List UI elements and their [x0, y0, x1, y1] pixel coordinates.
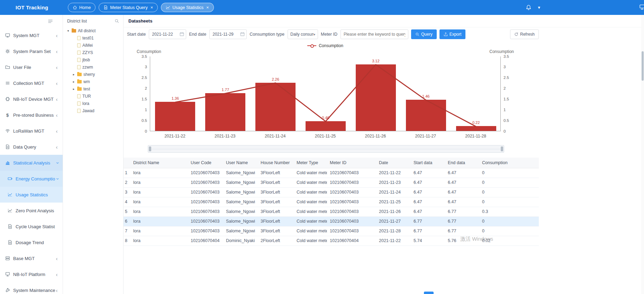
chart-plot[interactable]: 1.361.772.260.463.121.460.22 [150, 56, 501, 131]
scrollbar-thumb[interactable] [642, 51, 644, 81]
datazoom-slider[interactable] [148, 145, 504, 153]
datazoom-left-handle[interactable] [149, 146, 151, 151]
tab-label: Home [79, 5, 91, 10]
chevron-icon: ‹ [54, 161, 60, 164]
tree-item-zzwm[interactable]: zzwm [63, 63, 123, 71]
doc-icon [4, 144, 10, 149]
refresh-button[interactable]: Refresh [510, 29, 539, 39]
datazoom-right-handle[interactable] [501, 146, 503, 151]
consumption-type-select[interactable]: Daily consum... ▾ [288, 29, 318, 39]
tree-item-sherry[interactable]: ▸sherry [63, 71, 123, 78]
table-cell: Cold water meter [294, 207, 327, 216]
sidebar-item-pre-stored-business[interactable]: $Pre-stored Business‹ [0, 107, 63, 123]
calendar-icon[interactable] [240, 32, 245, 36]
expander-icon[interactable]: ▾ [66, 29, 70, 33]
district-list-title: District list [67, 19, 87, 24]
table-row[interactable]: 2lora102106070403Salome_Ngowi3FloorLeftC… [124, 178, 539, 187]
sidebar-item-base-mgt[interactable]: Base MGT‹ [0, 250, 63, 266]
tree-item-wm[interactable]: ▸wm [63, 78, 123, 85]
gear-icon [4, 49, 10, 54]
chartline-icon [166, 5, 170, 10]
y-tick-label: 1.5 [142, 97, 147, 101]
tab-usage-statistics[interactable]: Usage Statistics× [161, 3, 214, 12]
tab-home[interactable]: Home [68, 3, 96, 12]
tree-item-aimei[interactable]: AiMei [63, 42, 123, 49]
data-point-label: 1.36 [172, 96, 179, 100]
tree-item-test[interactable]: ▸test [63, 85, 123, 92]
sidebar-item-nb-iot-device-mgt[interactable]: NB-IoT Device MGT‹ [0, 91, 63, 107]
tree-item-test01[interactable]: test01 [63, 34, 123, 42]
sidebar-item-label: Base MGT [13, 256, 55, 261]
topbar-corner-icon[interactable] [639, 4, 644, 10]
table-cell: lora [130, 226, 188, 236]
page-button-current[interactable]: 1 [424, 292, 434, 294]
table-row[interactable]: 3lora102106070403Salome_Ngowi3FloorLeftC… [124, 187, 539, 197]
sidebar-item-label: System Param Set [13, 49, 55, 54]
sidebar-item-cycle-usage-statistics[interactable]: Cycle Usage Statistics [0, 219, 63, 234]
calendar-icon[interactable] [180, 32, 184, 36]
data-point-label: 0.22 [472, 121, 480, 125]
search-icon[interactable] [115, 19, 119, 23]
axis-names: Consumption Consumption [137, 49, 514, 55]
query-button[interactable]: Query [411, 29, 437, 39]
bar-2021-11-27 [406, 100, 446, 131]
expander-icon[interactable]: ▸ [72, 80, 75, 83]
tree-item-jbsb[interactable]: jbsb [63, 56, 123, 63]
table-cell: 2021-11-22 [376, 168, 411, 178]
sidebar-item-nb-iot-platform[interactable]: NB-IoT Platform‹ [0, 266, 63, 282]
page-scrollbar[interactable] [641, 15, 644, 294]
table-row[interactable]: 7lora102106070403Salome_Ngowi3FloorLeftC… [124, 226, 539, 236]
meter-id-input[interactable] [341, 29, 408, 39]
expander-icon[interactable]: ▸ [72, 73, 75, 76]
tree-item-label: zzwm [82, 65, 93, 70]
sidebar-item-energy-consumption[interactable]: Energy Consumption‹ [0, 171, 63, 187]
tree-item-jawad[interactable]: Jawad [63, 107, 123, 114]
collapse-menu-icon[interactable] [48, 19, 53, 24]
data-point-label: 0.46 [322, 116, 329, 120]
row-index: 3 [124, 187, 130, 197]
notification-bell-icon[interactable] [526, 5, 532, 10]
sidebar-item-zero-point-analysis[interactable]: Zero Point Analysis [0, 203, 63, 219]
table-row[interactable]: 5lora102106070403Salome_Ngowi3FloorLeftC… [124, 207, 539, 216]
table-row[interactable]: 4lora102106070403Salome_Ngowi3FloorLeftC… [124, 197, 539, 207]
sidebar-item-system-mgt[interactable]: System MGT‹ [0, 27, 63, 43]
sidebar-item-label: Statistical Analysis [13, 160, 55, 166]
table-row[interactable]: 1lora102106070403Salome_Ngowi3FloorLeftC… [124, 168, 539, 178]
chevron-down-icon[interactable]: ▾ [538, 5, 540, 10]
tree-item-zzys[interactable]: ZZYS [63, 49, 123, 56]
y-tick-label: 0 [504, 129, 506, 133]
tab-meter-status-query[interactable]: Meter Status Query× [99, 3, 158, 12]
sidebar-item-usage-statistics[interactable]: Usage Statistics [0, 187, 63, 203]
sidebar-item-dosage-trend[interactable]: Dosage Trend [0, 234, 63, 250]
sidebar-item-system-param-set[interactable]: System Param Set‹ [0, 43, 63, 59]
export-button[interactable]: Export [439, 29, 466, 39]
close-icon[interactable]: × [151, 5, 153, 10]
table-cell: 2021-11-28 [376, 226, 411, 236]
close-icon[interactable]: × [206, 5, 209, 10]
chevron-icon: ‹ [55, 112, 58, 118]
tree-item-tur[interactable]: TUR [63, 92, 123, 100]
table-cell: 102106070403 [327, 207, 376, 216]
chart-legend[interactable]: Consumption [137, 42, 514, 49]
folder-icon [77, 87, 82, 91]
column-header-user-name: User Name [223, 158, 258, 168]
folder-icon [77, 80, 82, 83]
tree-item-all-district[interactable]: ▾All district [63, 27, 123, 34]
folder-icon [77, 73, 82, 76]
table-cell: 102106070403 [188, 216, 223, 226]
table-row[interactable]: 6lora102106070403Salome_Ngowi3FloorLeftC… [124, 216, 539, 226]
sidebar-item-user-file[interactable]: User File‹ [0, 59, 63, 75]
tree-item-lora[interactable]: lora [63, 100, 123, 107]
platform-icon [4, 272, 10, 277]
sidebar-item-collection-mgt[interactable]: Collection MGT‹ [0, 75, 63, 91]
column-header-date: Date [376, 158, 411, 168]
file-icon [77, 109, 81, 113]
sidebar-item-lorawan-mgt[interactable]: LoRaWan MGT‹ [0, 123, 63, 139]
sidebar-item-statistical-analysis[interactable]: Statistical Analysis‹ [0, 155, 63, 171]
consumption-type-value: Daily consum... [290, 32, 314, 37]
sidebar-item-data-query[interactable]: Data Query‹ [0, 139, 63, 155]
table-cell: 6.47 [445, 168, 479, 178]
table-cell: 3FloorLeft [258, 197, 294, 207]
expander-icon[interactable]: ▸ [72, 87, 75, 91]
sidebar-item-system-maintenance[interactable]: System Maintenance‹ [0, 282, 63, 294]
